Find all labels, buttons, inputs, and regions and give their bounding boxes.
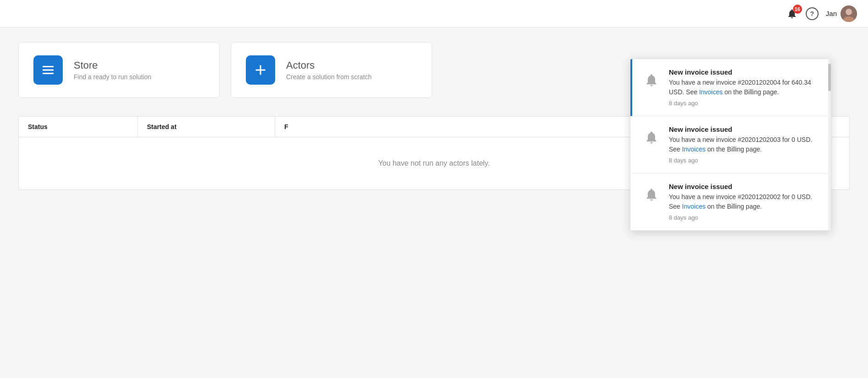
notif-body-1: You have a new invoice #20201202004 for … [669, 78, 822, 97]
notif-content-2: New invoice issued You have a new invoic… [669, 125, 822, 164]
user-menu[interactable]: Jan [826, 5, 857, 22]
store-card-icon [33, 55, 63, 85]
notif-time-1: 8 days ago [669, 100, 822, 107]
actors-card-title: Actors [286, 59, 372, 71]
actors-card-subtitle: Create a solution from scratch [286, 73, 372, 81]
store-card-subtitle: Find a ready to run solution [74, 73, 152, 81]
notif-link-2[interactable]: Invoices [682, 146, 705, 153]
notifications-button[interactable]: 16 [786, 7, 798, 20]
store-card-title: Store [74, 59, 152, 71]
main-content: Store Find a ready to run solution Actor… [0, 27, 868, 205]
notif-link-1[interactable]: Invoices [699, 88, 722, 96]
actors-card-text: Actors Create a solution from scratch [286, 59, 372, 81]
bell-badge: 16 [793, 5, 802, 14]
notif-title-2: New invoice issued [669, 125, 822, 133]
user-name: Jan [826, 10, 837, 17]
notif-bell-icon-2 [641, 127, 662, 147]
header-actions: 16 ? Jan [786, 5, 857, 22]
notif-time-3: 8 days ago [669, 214, 822, 221]
notif-time-2: 8 days ago [669, 157, 822, 164]
notification-item-1[interactable]: New invoice issued You have a new invoic… [630, 59, 831, 116]
actors-card[interactable]: Actors Create a solution from scratch [231, 42, 432, 98]
col-status: Status [19, 117, 138, 137]
store-card-text: Store Find a ready to run solution [74, 59, 152, 81]
notification-item-2[interactable]: New invoice issued You have a new invoic… [630, 116, 831, 173]
notif-content-1: New invoice issued You have a new invoic… [669, 68, 822, 107]
notif-link-3[interactable]: Invoices [682, 203, 705, 210]
store-card[interactable]: Store Find a ready to run solution [18, 42, 220, 98]
notif-body-2: You have a new invoice #20201202003 for … [669, 135, 822, 154]
svg-point-1 [846, 9, 852, 15]
app-header: 16 ? Jan [0, 0, 868, 27]
help-button[interactable]: ? [806, 7, 819, 20]
notification-dropdown: New invoice issued You have a new invoic… [630, 59, 831, 231]
notif-content-3: New invoice issued You have a new invoic… [669, 183, 822, 221]
notification-scrollbar[interactable] [828, 59, 831, 231]
notif-body-3: You have a new invoice #20201202002 for … [669, 192, 822, 211]
notif-bell-icon-1 [641, 70, 662, 90]
notif-title-3: New invoice issued [669, 183, 822, 190]
avatar [841, 5, 857, 22]
actors-card-icon [246, 55, 275, 85]
notif-title-1: New invoice issued [669, 68, 822, 76]
notification-item-3[interactable]: New invoice issued You have a new invoic… [630, 173, 831, 231]
col-started-at: Started at [138, 117, 275, 137]
notification-scrollbar-thumb [828, 64, 831, 91]
notif-bell-icon-3 [641, 184, 662, 205]
